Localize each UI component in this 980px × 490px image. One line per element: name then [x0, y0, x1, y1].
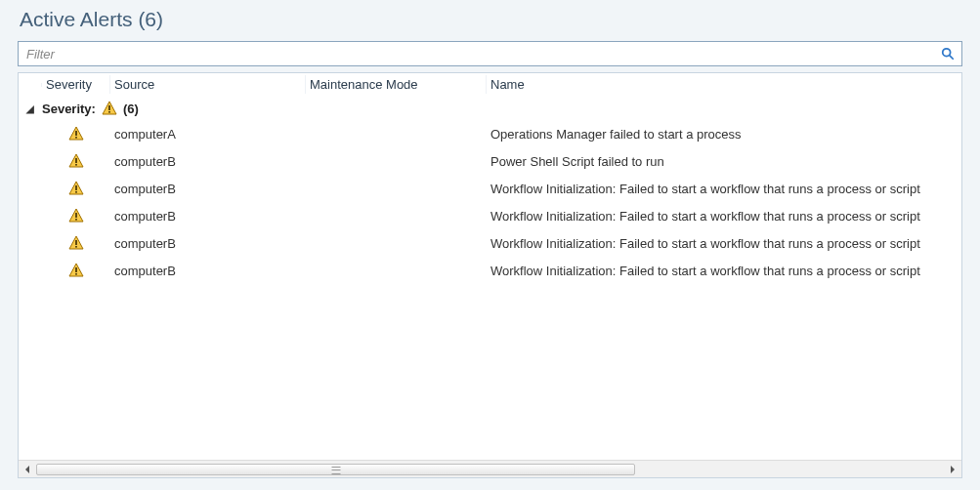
table-row[interactable]: computerB Power Shell Script failed to r… — [19, 147, 961, 175]
svg-rect-21 — [75, 267, 77, 272]
table-row[interactable]: computerB Workflow Initialization: Faile… — [19, 202, 961, 229]
svg-rect-18 — [75, 240, 77, 245]
cell-name: Workflow Initialization: Failed to start… — [487, 236, 961, 251]
warning-icon — [68, 126, 84, 142]
cell-source: computerB — [110, 209, 306, 224]
warning-icon — [68, 181, 84, 196]
group-label: Severity: — [42, 102, 96, 116]
cell-name: Workflow Initialization: Failed to start… — [487, 209, 961, 224]
cell-name: Operations Manager failed to start a pro… — [487, 127, 961, 142]
warning-icon — [68, 208, 84, 224]
svg-rect-7 — [75, 137, 77, 139]
col-header-maintenance-mode[interactable]: Maintenance Mode — [306, 75, 487, 94]
col-header-source[interactable]: Source — [110, 75, 306, 94]
cell-name: Workflow Initialization: Failed to start… — [487, 264, 961, 278]
scroll-thumb[interactable] — [36, 464, 635, 475]
search-icon — [941, 47, 955, 61]
col-header-name[interactable]: Name — [487, 75, 961, 94]
cell-source: computerB — [110, 236, 306, 251]
chevron-right-icon — [948, 466, 956, 473]
horizontal-scrollbar[interactable] — [19, 460, 961, 477]
filter-bar — [18, 41, 962, 66]
chevron-left-icon — [24, 466, 32, 473]
svg-rect-16 — [75, 219, 77, 221]
filter-input[interactable] — [24, 46, 938, 62]
app-root: Active Alerts (6) Severity Source Mainte… — [0, 0, 980, 490]
cell-severity — [42, 208, 110, 224]
search-button[interactable] — [938, 44, 958, 63]
warning-icon — [102, 101, 117, 116]
alerts-panel: Severity Source Maintenance Mode Name ◢ … — [18, 41, 962, 478]
svg-rect-19 — [75, 246, 77, 248]
cell-source: computerB — [110, 154, 306, 169]
cell-source: computerA — [110, 127, 306, 142]
warning-icon — [68, 153, 84, 169]
cell-severity — [42, 235, 110, 251]
cell-source: computerB — [110, 182, 306, 196]
svg-rect-13 — [75, 191, 77, 193]
grid-body: ◢ Severity: (6) computerA Op — [19, 97, 961, 460]
cell-severity — [42, 181, 110, 196]
cell-severity — [42, 126, 110, 142]
svg-marker-23 — [25, 466, 29, 473]
cell-severity — [42, 153, 110, 169]
table-row[interactable]: computerA Operations Manager failed to s… — [19, 120, 961, 147]
cell-source: computerB — [110, 264, 306, 278]
svg-rect-6 — [75, 131, 77, 136]
svg-rect-10 — [75, 164, 77, 166]
svg-rect-12 — [75, 185, 77, 190]
group-count: (6) — [123, 102, 139, 116]
grid-header: Severity Source Maintenance Mode Name — [19, 73, 961, 97]
page-title: Active Alerts (6) — [20, 8, 962, 31]
table-row[interactable]: computerB Workflow Initialization: Faile… — [19, 229, 961, 257]
svg-rect-9 — [75, 158, 77, 163]
scroll-right-button[interactable] — [944, 463, 959, 476]
table-row[interactable]: computerB Workflow Initialization: Faile… — [19, 257, 961, 284]
svg-line-1 — [950, 56, 953, 59]
svg-marker-24 — [951, 466, 955, 473]
caret-down-icon[interactable]: ◢ — [19, 103, 42, 114]
svg-rect-4 — [108, 111, 110, 113]
cell-name: Power Shell Script failed to run — [487, 154, 961, 169]
col-header-toggle — [19, 83, 42, 87]
cell-name: Workflow Initialization: Failed to start… — [487, 182, 961, 196]
group-row-severity[interactable]: ◢ Severity: (6) — [19, 97, 961, 120]
warning-icon — [68, 263, 84, 278]
warning-icon — [68, 235, 84, 251]
alerts-grid: Severity Source Maintenance Mode Name ◢ … — [18, 72, 962, 478]
table-row[interactable]: computerB Workflow Initialization: Faile… — [19, 175, 961, 202]
col-header-severity[interactable]: Severity — [42, 75, 110, 94]
svg-rect-22 — [75, 273, 77, 275]
cell-severity — [42, 263, 110, 278]
svg-rect-15 — [75, 213, 77, 218]
svg-rect-3 — [108, 105, 110, 110]
scroll-track[interactable] — [36, 463, 944, 476]
scroll-left-button[interactable] — [21, 463, 36, 476]
